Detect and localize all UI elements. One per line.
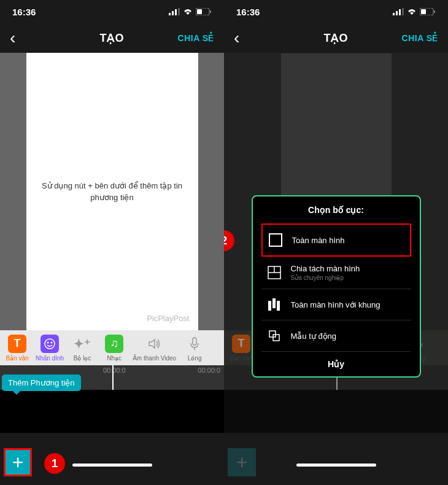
add-media-button[interactable]: +	[4, 448, 32, 476]
wifi-icon	[407, 8, 417, 15]
tool-audio[interactable]: Âm thanh Video	[130, 332, 179, 364]
split-icon	[266, 265, 282, 281]
popup-title: Chọn bố cục:	[261, 205, 411, 215]
header: ‹ TẠO CHIA SẺ	[0, 23, 224, 53]
text-icon: T	[8, 335, 26, 353]
svg-point-7	[45, 339, 55, 349]
auto-icon: +	[266, 328, 282, 344]
sticker-icon	[41, 335, 59, 353]
popup-cancel[interactable]: Hủy	[261, 352, 411, 371]
wand-icon: ✦⁺	[73, 335, 91, 353]
popup-auto[interactable]: + Mẫu tự động	[261, 320, 411, 352]
battery-icon	[196, 8, 212, 15]
popup-frame[interactable]: Toàn màn hình với khung	[261, 289, 411, 320]
canvas-area: 2 Chọn bố cục: Toàn màn hình Chia tách m…	[224, 53, 448, 330]
page-title: TẠO	[100, 31, 125, 45]
svg-rect-0	[169, 13, 171, 15]
bottom-bar: + 1	[0, 433, 224, 485]
svg-rect-24	[277, 301, 280, 311]
text-icon: T	[232, 335, 250, 353]
page-title: TẠO	[324, 31, 349, 45]
popup-fullscreen[interactable]: Toàn màn hình	[261, 223, 411, 257]
popup-opt3-label: Toàn màn hình với khung	[291, 300, 406, 309]
svg-rect-11	[393, 13, 395, 15]
watermark: PicPlayPost	[147, 314, 189, 323]
tool-filter[interactable]: ✦⁺ Bộ lọc	[66, 332, 98, 364]
svg-point-8	[47, 341, 49, 343]
wifi-icon	[183, 8, 193, 15]
time-end: 00:00:0	[198, 367, 220, 374]
popup-opt2-sub: Sửa chuyên nghiệp	[291, 274, 406, 281]
time-start: 00:00:0	[103, 367, 126, 374]
screen-1: 16:36 ‹ TẠO CHIA SẺ Sử dụng nút + bên dư…	[0, 0, 224, 485]
popup-opt2-label: Chia tách màn hình	[291, 264, 406, 273]
svg-rect-2	[175, 9, 177, 15]
svg-rect-17	[434, 10, 435, 13]
share-button[interactable]: CHIA SẺ	[402, 33, 438, 43]
tool-music-label: Nhạc	[107, 355, 122, 362]
svg-rect-1	[172, 11, 174, 15]
track	[224, 390, 448, 433]
signal-icon	[169, 8, 180, 15]
bottom-bar: +	[224, 433, 448, 485]
tool-filter-label: Bộ lọc	[74, 355, 91, 362]
track[interactable]: Thêm Phương tiện	[0, 390, 224, 433]
status-icons	[393, 8, 436, 15]
toolbar: T Bản văn Nhãn dính ✦⁺ Bộ lọc ♫ Nhạc Âm …	[0, 330, 224, 365]
svg-text:+: +	[268, 329, 271, 334]
share-button[interactable]: CHIA SẺ	[178, 33, 214, 43]
add-media-tooltip: Thêm Phương tiện	[2, 374, 81, 391]
status-icons	[169, 8, 212, 15]
svg-rect-5	[197, 9, 202, 14]
svg-rect-23	[272, 298, 276, 308]
popup-split[interactable]: Chia tách màn hìnhSửa chuyên nghiệp	[261, 257, 411, 289]
tool-text-label: Bản văn	[230, 355, 252, 362]
step-badge-1: 1	[44, 453, 65, 474]
tool-dub-label: Lồng	[188, 355, 202, 362]
frame-icon	[266, 297, 282, 312]
speaker-icon	[145, 335, 164, 353]
svg-rect-26	[273, 335, 279, 341]
screen-2: 16:36 ‹ TẠO CHIA SẺ 2 Chọn bố cục: Toàn …	[224, 0, 448, 485]
status-bar: 16:36	[0, 0, 224, 23]
back-button[interactable]: ‹	[10, 28, 15, 48]
status-time: 16:36	[12, 7, 36, 17]
tool-dub[interactable]: Lồng	[179, 332, 210, 364]
svg-rect-12	[396, 11, 398, 15]
svg-rect-6	[210, 10, 211, 13]
status-bar: 16:36	[224, 0, 448, 23]
tool-sticker[interactable]: Nhãn dính	[33, 332, 66, 364]
add-media-button: +	[228, 448, 256, 476]
status-time: 16:36	[236, 7, 260, 17]
header: ‹ TẠO CHIA SẺ	[224, 23, 448, 53]
home-indicator[interactable]	[296, 464, 376, 467]
home-indicator[interactable]	[72, 464, 152, 467]
svg-rect-18	[269, 234, 282, 246]
canvas-placeholder: Sử dụng nút + bên dưới để thêm tập tin p…	[39, 180, 186, 204]
music-icon: ♫	[105, 335, 123, 353]
tool-text[interactable]: T Bản văn	[1, 332, 33, 364]
back-button[interactable]: ‹	[234, 28, 239, 48]
tool-music[interactable]: ♫ Nhạc	[98, 332, 130, 364]
svg-point-9	[51, 341, 53, 343]
canvas-area: Sử dụng nút + bên dưới để thêm tập tin p…	[0, 53, 224, 330]
svg-rect-14	[402, 8, 404, 15]
step-badge-2: 2	[224, 230, 234, 251]
tool-audio-label: Âm thanh Video	[133, 355, 176, 362]
playhead[interactable]	[112, 365, 114, 390]
tool-sticker-label: Nhãn dính	[36, 355, 64, 362]
canvas[interactable]: Sử dụng nút + bên dưới để thêm tập tin p…	[26, 53, 198, 330]
layout-popup: Chọn bố cục: Toàn màn hình Chia tách màn…	[252, 195, 421, 378]
svg-rect-16	[421, 9, 426, 14]
svg-rect-10	[193, 338, 196, 345]
svg-rect-3	[178, 8, 180, 15]
tool-text-label: Bản văn	[6, 355, 28, 362]
svg-rect-22	[268, 301, 271, 311]
signal-icon	[393, 8, 404, 15]
svg-rect-13	[399, 9, 401, 15]
fullscreen-icon	[268, 232, 284, 248]
popup-opt1-label: Toàn màn hình	[292, 236, 405, 245]
popup-opt4-label: Mẫu tự động	[291, 332, 406, 341]
battery-icon	[420, 8, 436, 15]
mic-icon	[185, 335, 204, 353]
